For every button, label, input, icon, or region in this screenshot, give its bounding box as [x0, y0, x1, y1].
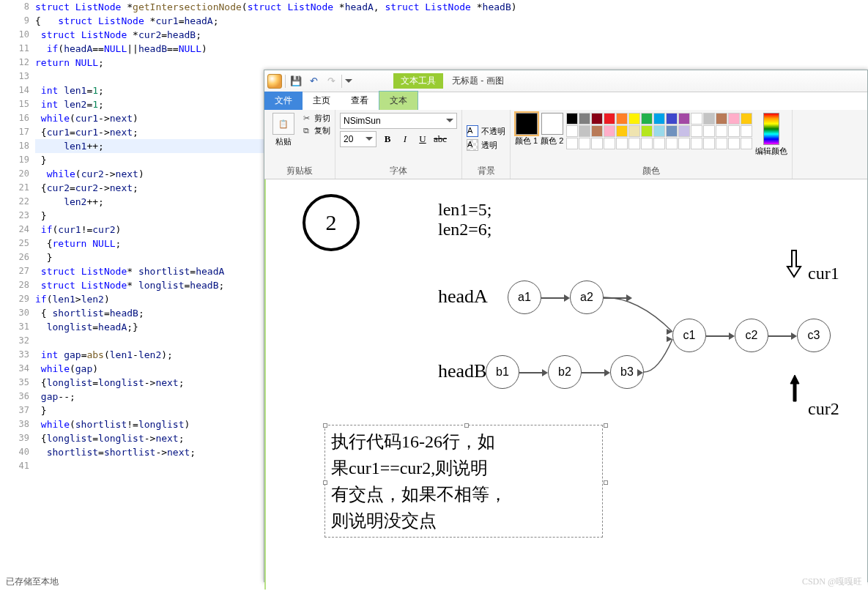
color-swatch[interactable] [741, 138, 752, 149]
color-swatch[interactable] [628, 113, 640, 124]
line-number: 14 [0, 83, 35, 97]
color-swatch[interactable] [566, 125, 578, 137]
color-swatch[interactable] [716, 138, 727, 149]
color1-button[interactable]: 颜色 1 [515, 113, 538, 146]
code-text[interactable]: struct ListNode *cur2=headB; [35, 28, 868, 42]
font-size-combo[interactable]: 20 [340, 131, 376, 147]
color-swatch[interactable] [579, 113, 590, 124]
color-swatch[interactable] [628, 125, 640, 137]
redo-icon[interactable]: ↷ [324, 74, 338, 89]
color-swatch[interactable] [641, 113, 653, 124]
color-swatch[interactable] [641, 125, 653, 137]
color-swatch[interactable] [728, 113, 740, 124]
opaque-button[interactable]: A不透明 [467, 125, 505, 137]
color-swatch[interactable] [579, 138, 590, 149]
paste-button[interactable]: 📋 粘贴 [269, 113, 298, 147]
color-swatch[interactable] [691, 138, 702, 149]
color-swatch[interactable] [716, 113, 727, 124]
color-swatch[interactable] [678, 125, 690, 137]
line-number: 21 [0, 181, 35, 195]
italic-button[interactable]: I [397, 131, 413, 147]
color-swatch[interactable] [591, 138, 603, 149]
line-number: 17 [0, 125, 35, 139]
link-arrow [604, 297, 632, 298]
selection-handle[interactable] [604, 480, 608, 485]
color-swatch[interactable] [604, 125, 615, 137]
color-swatch[interactable] [703, 113, 715, 124]
text-box[interactable]: 执行代码16-26行，如 果cur1==cur2,则说明 有交点，如果不相等， … [324, 425, 603, 538]
code-line[interactable]: 9{ struct ListNode *cur1=headA; [0, 14, 868, 28]
color-swatch[interactable] [741, 125, 752, 137]
color-swatch[interactable] [579, 125, 590, 137]
code-line[interactable]: 8struct ListNode *getIntersectionNode(st… [0, 0, 868, 14]
color-swatch[interactable] [641, 138, 653, 149]
save-icon[interactable]: 💾 [289, 74, 303, 89]
selection-handle[interactable] [323, 423, 327, 428]
color-swatch[interactable] [728, 125, 740, 137]
code-line[interactable]: 12return NULL; [0, 56, 868, 70]
code-text[interactable]: { struct ListNode *cur1=headA; [35, 14, 868, 28]
selection-handle[interactable] [323, 480, 327, 485]
selection-handle[interactable] [604, 423, 608, 428]
color-swatch[interactable] [691, 125, 702, 137]
underline-button[interactable]: U [415, 131, 431, 147]
tab-view[interactable]: 查看 [341, 92, 379, 110]
color-swatch[interactable] [616, 125, 628, 137]
line-number: 39 [0, 431, 35, 445]
color-swatch[interactable] [604, 113, 615, 124]
color-swatch[interactable] [628, 138, 640, 149]
color-swatch[interactable] [653, 113, 665, 124]
color-swatch[interactable] [604, 138, 615, 149]
color-swatch[interactable] [666, 125, 678, 137]
color-swatch[interactable] [678, 113, 690, 124]
color-swatch[interactable] [653, 138, 665, 149]
bold-button[interactable]: B [379, 131, 396, 147]
color-swatch[interactable] [591, 113, 603, 124]
undo-icon[interactable]: ↶ [306, 74, 321, 89]
code-line[interactable]: 11 if(headA==NULL||headB==NULL) [0, 42, 868, 56]
cut-button[interactable]: ✂剪切 [301, 113, 330, 124]
color-swatch[interactable] [666, 113, 678, 124]
code-line[interactable]: 10 struct ListNode *cur2=headB; [0, 28, 868, 42]
color-swatch[interactable] [703, 138, 715, 149]
line-number: 9 [0, 14, 35, 28]
color-swatch[interactable] [616, 113, 628, 124]
font-name-combo[interactable]: NSimSun [340, 113, 457, 129]
link-arrow [706, 335, 735, 336]
code-text[interactable]: return NULL; [35, 56, 868, 70]
line-number: 25 [0, 237, 35, 250]
color-swatch[interactable] [666, 138, 678, 149]
color-swatch[interactable] [716, 125, 727, 137]
scissors-icon: ✂ [301, 114, 311, 124]
paint-canvas[interactable]: 2 len1=5; len2=6; headA headB a1 a2 b1 b… [264, 179, 867, 590]
text-tools-tab: 文本工具 [393, 73, 443, 89]
transparent-button[interactable]: A透明 [467, 139, 497, 151]
color-swatch[interactable] [566, 138, 578, 149]
code-text[interactable]: if(headA==NULL||headB==NULL) [35, 42, 868, 56]
color-swatch[interactable] [728, 138, 740, 149]
selection-handle[interactable] [464, 423, 469, 428]
code-text[interactable]: struct ListNode *getIntersectionNode(str… [35, 0, 868, 14]
line-number: 15 [0, 97, 35, 111]
copy-button[interactable]: ⧉复制 [301, 125, 330, 136]
color-swatch[interactable] [691, 113, 702, 124]
color-swatch[interactable] [678, 138, 690, 149]
qat-dropdown-icon[interactable] [345, 79, 352, 83]
tab-file[interactable]: 文件 [264, 92, 303, 110]
link-arrow [541, 297, 570, 298]
titlebar[interactable]: 💾 ↶ ↷ 文本工具 无标题 - 画图 [264, 70, 867, 92]
tab-text[interactable]: 文本 [379, 91, 418, 110]
line-number: 35 [0, 376, 35, 390]
node-b1: b1 [486, 355, 519, 389]
color-swatch[interactable] [591, 125, 603, 137]
edit-colors-button[interactable]: 编辑颜色 [755, 113, 787, 157]
tab-home[interactable]: 主页 [303, 92, 341, 110]
color-swatch[interactable] [566, 113, 578, 124]
color-swatch[interactable] [741, 113, 752, 124]
color-swatch[interactable] [653, 125, 665, 137]
strike-button[interactable]: abc [432, 131, 448, 147]
color-swatch[interactable] [703, 125, 715, 137]
color-swatch[interactable] [616, 138, 628, 149]
color2-button[interactable]: 颜色 2 [541, 113, 563, 146]
line-number: 20 [0, 167, 35, 181]
